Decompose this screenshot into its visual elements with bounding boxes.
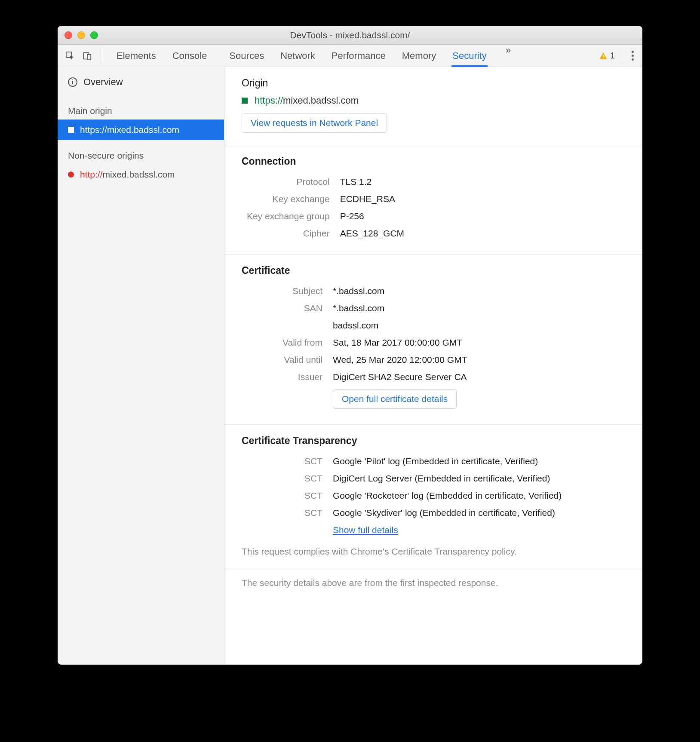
kv-key: Issuer — [242, 368, 328, 386]
warnings-badge[interactable]: 1 — [599, 51, 615, 61]
close-icon[interactable] — [64, 31, 72, 39]
kv-key: Valid until — [242, 351, 328, 368]
kv-value: Google 'Pilot' log (Embedded in certific… — [328, 453, 567, 470]
more-tabs-icon[interactable]: » — [502, 45, 514, 67]
kv-key: SCT — [242, 487, 328, 504]
window-controls — [58, 31, 98, 39]
sidebar-overview[interactable]: i Overview — [58, 67, 224, 99]
svg-rect-4 — [603, 58, 604, 58]
origin-host: mixed.badssl.com — [103, 169, 175, 179]
kv-value: DigiCert Log Server (Embedded in certifi… — [328, 470, 567, 487]
separator — [622, 48, 622, 64]
kv-key: Protocol — [242, 173, 335, 190]
ct-block: Certificate Transparency SCTGoogle 'Pilo… — [224, 425, 642, 569]
secure-indicator-icon — [242, 98, 248, 104]
warnings-count: 1 — [610, 51, 615, 61]
origin-scheme: https:// — [255, 95, 283, 106]
devtools-window: DevTools - mixed.badssl.com/ Elements Co… — [58, 26, 642, 665]
kv-value: Wed, 25 Mar 2020 12:00:00 GMT — [328, 351, 472, 368]
kv-key: SAN — [242, 300, 328, 317]
separator — [101, 48, 101, 64]
tab-network[interactable]: Network — [279, 45, 316, 67]
kv-value: *.badssl.com — [328, 300, 472, 317]
tab-elements[interactable]: Elements — [116, 45, 157, 67]
window-title: DevTools - mixed.badssl.com/ — [58, 30, 642, 40]
origin-heading: Origin — [242, 77, 625, 89]
sidebar-item-main-origin[interactable]: https://mixed.badssl.com — [58, 120, 224, 140]
tab-security[interactable]: Security — [451, 45, 487, 67]
origin-scheme: https:// — [80, 125, 107, 135]
secure-indicator-icon — [68, 127, 74, 133]
ct-heading: Certificate Transparency — [242, 435, 625, 447]
view-requests-button[interactable]: View requests in Network Panel — [242, 113, 387, 133]
kv-key: Cipher — [242, 225, 335, 242]
kv-value: TLS 1.2 — [335, 173, 409, 190]
titlebar: DevTools - mixed.badssl.com/ — [58, 26, 642, 45]
tab-strip: Elements Console Sources Network Perform… — [58, 45, 642, 67]
certificate-heading: Certificate — [242, 265, 625, 276]
kv-key: Key exchange group — [242, 208, 335, 225]
kv-value: ECDHE_RSA — [335, 190, 409, 208]
svg-rect-3 — [603, 55, 604, 57]
settings-menu-icon[interactable] — [629, 48, 636, 63]
footer-note: The security details above are from the … — [224, 569, 642, 597]
connection-block: Connection ProtocolTLS 1.2 Key exchangeE… — [224, 145, 642, 254]
kv-key: Subject — [242, 282, 328, 300]
origin-host: mixed.badssl.com — [283, 95, 359, 106]
device-toolbar-icon[interactable] — [81, 49, 94, 62]
open-certificate-button[interactable]: Open full certificate details — [333, 389, 457, 409]
origin-host: mixed.badssl.com — [107, 125, 179, 135]
kv-value: DigiCert SHA2 Secure Server CA — [328, 368, 472, 386]
origin-scheme: http:// — [80, 169, 103, 179]
svg-rect-2 — [87, 54, 91, 60]
insecure-indicator-icon — [68, 172, 74, 178]
kv-value: Google 'Rocketeer' log (Embedded in cert… — [328, 487, 567, 504]
connection-heading: Connection — [242, 156, 625, 167]
kv-value: Sat, 18 Mar 2017 00:00:00 GMT — [328, 334, 472, 351]
sidebar-heading-main-origin: Main origin — [58, 99, 224, 120]
origin-url: https://mixed.badssl.com — [255, 95, 359, 106]
certificate-block: Certificate Subject*.badssl.com SAN*.bad… — [224, 254, 642, 425]
tab-memory[interactable]: Memory — [401, 45, 437, 67]
tabs: Elements Console Sources Network Perform… — [110, 45, 593, 67]
info-icon: i — [68, 77, 77, 87]
ct-compliance-note: This request complies with Chrome's Cert… — [242, 546, 625, 557]
kv-value: badssl.com — [328, 317, 472, 334]
zoom-icon[interactable] — [90, 31, 98, 39]
sidebar-item-nonsecure-origin[interactable]: http://mixed.badssl.com — [58, 164, 224, 185]
origin-block: Origin https://mixed.badssl.com View req… — [224, 67, 642, 145]
kv-value: P-256 — [335, 208, 409, 225]
kv-value: Google 'Skydiver' log (Embedded in certi… — [328, 504, 567, 521]
tab-console[interactable]: Console — [172, 45, 208, 67]
tab-sources[interactable]: Sources — [228, 45, 265, 67]
overview-label: Overview — [83, 77, 123, 88]
kv-key: SCT — [242, 504, 328, 521]
show-full-details-link[interactable]: Show full details — [333, 525, 398, 535]
tab-performance[interactable]: Performance — [331, 45, 387, 67]
minimize-icon[interactable] — [77, 31, 85, 39]
sidebar: i Overview Main origin https://mixed.bad… — [58, 67, 224, 665]
kv-value: *.badssl.com — [328, 282, 472, 300]
kv-key: Key exchange — [242, 190, 335, 208]
kv-value: AES_128_GCM — [335, 225, 409, 242]
inspect-element-icon[interactable] — [64, 49, 77, 62]
kv-key: SCT — [242, 453, 328, 470]
kv-key: Valid from — [242, 334, 328, 351]
sidebar-heading-nonsecure: Non-secure origins — [58, 140, 224, 164]
kv-key — [242, 317, 328, 334]
main-panel: Origin https://mixed.badssl.com View req… — [224, 67, 642, 665]
kv-key: SCT — [242, 470, 328, 487]
